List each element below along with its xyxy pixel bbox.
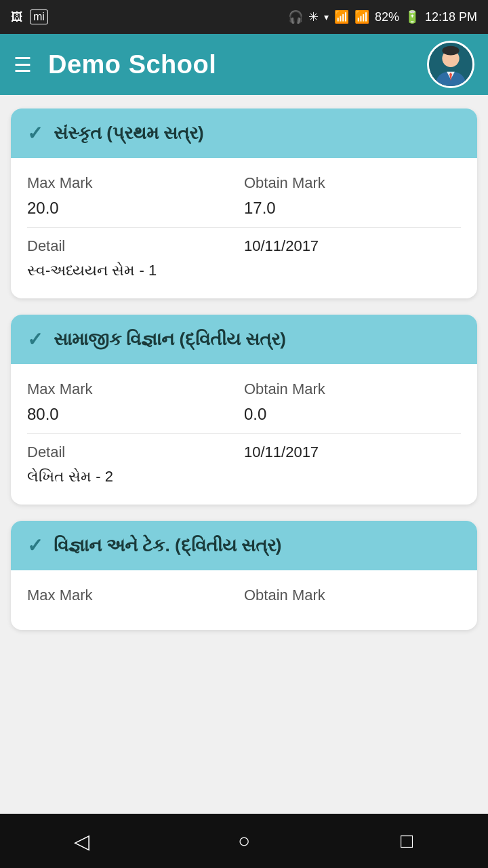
obtain-mark-label-2: Obtain Mark [244,380,461,398]
card-2-mark-labels: Max Mark Obtain Mark [27,380,461,398]
back-button[interactable]: ◁ [61,821,102,861]
detail-value-2: 10/11/2017 [244,443,461,461]
battery-icon: 🔋 [405,9,420,24]
bluetooth-icon: ✳ [308,9,319,24]
user-avatar[interactable] [427,41,474,88]
card-2-title: સામાજીક વિજ્ઞાન (દ્વિતીય સત્ર) [54,329,286,350]
photo-icon: 🖼 [11,10,23,24]
svg-point-2 [442,46,459,56]
divider-1 [27,227,461,228]
card-1-title: સંસ્કૃત (પ્રથમ સત્ર) [54,123,204,144]
recent-button[interactable]: □ [386,821,427,861]
card-3-body: Max Mark Obtain Mark [11,570,477,630]
time-display: 12:18 PM [425,10,477,24]
battery-percent: 82% [375,10,399,24]
divider-2 [27,433,461,434]
check-icon-1: ✓ [27,122,43,144]
card-3-mark-labels: Max Mark Obtain Mark [27,587,461,604]
obtain-mark-label-3: Obtain Mark [244,587,461,604]
obtain-mark-value-2: 0.0 [244,405,461,424]
app-title: Demo School [48,50,216,79]
app-bar-left: ☰ Demo School [14,50,216,79]
detail-label-2: Detail [27,443,244,461]
card-2-header: ✓ સામાજીક વિજ્ઞાન (દ્વિતીય સત્ર) [11,315,477,364]
card-3-title: વિજ્ઞાન અને ટેક. (દ્વિતીય સત્ર) [54,535,281,556]
card-2-body: Max Mark Obtain Mark 80.0 0.0 Detail 10/… [11,364,477,505]
detail-value-1: 10/11/2017 [244,237,461,255]
card-1-mark-labels: Max Mark Obtain Mark [27,174,461,192]
card-sanskrit: ✓ સંસ્કૃત (પ્રથમ સત્ર) Max Mark Obtain M… [11,108,477,298]
obtain-mark-value-1: 17.0 [244,199,461,218]
max-mark-value-1: 20.0 [27,199,244,218]
obtain-mark-label-1: Obtain Mark [244,174,461,192]
card-2-detail-row: Detail 10/11/2017 [27,443,461,461]
exam-label-2: લેખિત સેમ - 2 [27,468,461,486]
check-icon-2: ✓ [27,328,43,351]
card-1-body: Max Mark Obtain Mark 20.0 17.0 Detail 10… [11,158,477,298]
status-bar-right: 🎧 ✳ ▾ 📶 📶 82% 🔋 12:18 PM [288,9,477,24]
mi-icon: mi [30,9,48,24]
app-bar: ☰ Demo School [0,34,488,95]
exam-label-1: સ્વ-અધ્યયન સેમ - 1 [27,262,461,279]
max-mark-label-2: Max Mark [27,380,244,398]
card-2-mark-values: 80.0 0.0 [27,405,461,424]
main-content: ✓ સંસ્કૃત (પ્રથમ સત્ર) Max Mark Obtain M… [0,95,488,711]
card-1-header: ✓ સંસ્કૃત (પ્રથમ સત્ર) [11,108,477,158]
card-science-tech: ✓ વિજ્ઞાન અને ટેક. (દ્વિતીય સત્ર) Max Ma… [11,521,477,630]
card-1-mark-values: 20.0 17.0 [27,199,461,218]
status-bar: 🖼 mi 🎧 ✳ ▾ 📶 📶 82% 🔋 12:18 PM [0,0,488,34]
max-mark-label-3: Max Mark [27,587,244,604]
wifi-down-icon: ▾ [324,12,329,22]
home-button[interactable]: ○ [224,821,264,861]
card-1-detail-row: Detail 10/11/2017 [27,237,461,255]
bottom-nav: ◁ ○ □ [0,814,488,868]
headphone-icon: 🎧 [288,9,303,24]
detail-label-1: Detail [27,237,244,255]
card-3-header: ✓ વિજ્ઞાન અને ટેક. (દ્વિતીય સત્ર) [11,521,477,570]
signal-icon: 📶 [354,9,369,24]
max-mark-label-1: Max Mark [27,174,244,192]
menu-icon[interactable]: ☰ [14,53,32,77]
check-icon-3: ✓ [27,534,43,557]
status-bar-left: 🖼 mi [11,9,48,24]
card-social-science: ✓ સામાજીક વિજ્ઞાન (દ્વિતીય સત્ર) Max Mar… [11,315,477,505]
max-mark-value-2: 80.0 [27,405,244,424]
wifi-icon: 📶 [334,9,349,24]
